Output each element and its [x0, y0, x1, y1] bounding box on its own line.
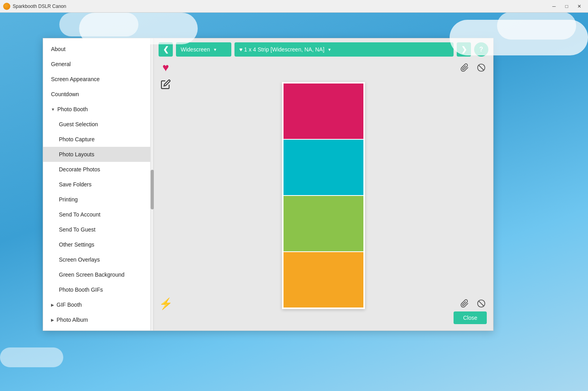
close-window-button[interactable]: ✕: [574, 1, 585, 12]
sidebar-item-photo-booth[interactable]: ▼ Photo Booth: [43, 102, 150, 117]
sidebar-item-photo-album[interactable]: ▶ Photo Album: [43, 312, 150, 327]
sidebar-item-countdown-label: Countdown: [51, 91, 79, 97]
sidebar-item-send-to-account[interactable]: Send To Account: [43, 207, 150, 222]
photo-strip: [282, 82, 365, 309]
sidebar-item-photo-booth-gifs[interactable]: Photo Booth GIFs: [43, 282, 150, 297]
layout-dropdown[interactable]: ♥ 1 x 4 Strip [Widescreen, NA, NA] ▼: [234, 42, 454, 57]
sidebar-item-printing[interactable]: Printing: [43, 192, 150, 207]
titlebar: Sparkbooth DSLR Canon ─ □ ✕: [0, 0, 588, 13]
sidebar-item-send-to-guest[interactable]: Send To Guest: [43, 222, 150, 237]
sidebar-item-about-label: About: [51, 46, 66, 52]
toolbar: ❮ Widescreen ▼ ♥ 1 x 4 Strip [Widescreen…: [154, 38, 493, 61]
sidebar-item-screen-appearance[interactable]: Screen Appearance: [43, 72, 150, 87]
sidebar-item-photo-capture-label: Photo Capture: [59, 136, 95, 142]
content-inner: ♥: [154, 61, 493, 330]
no-bottom-icon[interactable]: [474, 296, 488, 311]
top-right-icons: [458, 61, 488, 75]
sidebar-item-countdown[interactable]: Countdown: [43, 87, 150, 102]
sidebar-item-keyboard[interactable]: Keyboard: [43, 327, 150, 330]
sidebar-item-photo-album-label: Photo Album: [57, 317, 88, 323]
titlebar-controls: ─ □ ✕: [548, 1, 585, 12]
close-button[interactable]: Close: [454, 311, 487, 324]
layout-dropdown-arrow: ▼: [327, 47, 331, 52]
widescreen-dropdown-arrow: ▼: [213, 47, 217, 52]
sidebar-item-photo-booth-label: Photo Booth: [57, 106, 88, 112]
main-window: About General Screen Appearance Countdow…: [43, 38, 493, 331]
sidebar-item-gif-booth[interactable]: ▶ GIF Booth: [43, 297, 150, 312]
bottom-left-icons: ⚡: [159, 296, 173, 311]
widescreen-label: Widescreen: [181, 46, 210, 53]
sidebar-item-save-folders-label: Save Folders: [59, 181, 91, 188]
photo-album-collapsed-icon: ▶: [51, 318, 54, 322]
no-top-icon[interactable]: [474, 61, 488, 75]
sidebar: About General Screen Appearance Countdow…: [43, 38, 154, 330]
photo-cell-1: [284, 84, 363, 139]
photo-cell-3: [284, 196, 363, 251]
left-icons: ♥: [159, 61, 173, 91]
sidebar-content: About General Screen Appearance Countdow…: [43, 38, 150, 330]
sidebar-item-screen-appearance-label: Screen Appearance: [51, 76, 100, 82]
app-icon: [3, 3, 10, 10]
sidebar-item-printing-label: Printing: [59, 196, 78, 203]
sidebar-item-photo-capture[interactable]: Photo Capture: [43, 132, 150, 147]
bottom-right-icons: [458, 296, 488, 311]
lightning-icon[interactable]: ⚡: [159, 296, 173, 311]
sidebar-scrollbar[interactable]: [150, 38, 153, 330]
sidebar-item-decorate-photos-label: Decorate Photos: [59, 166, 100, 173]
photo-cell-2: [284, 140, 363, 195]
sidebar-item-decorate-photos[interactable]: Decorate Photos: [43, 162, 150, 177]
sidebar-item-photo-booth-gifs-label: Photo Booth GIFs: [59, 287, 103, 293]
paperclip-bottom-icon[interactable]: [458, 296, 472, 311]
sidebar-item-green-screen-background-label: Green Screen Background: [59, 271, 125, 278]
sidebar-item-screen-overlays[interactable]: Screen Overlays: [43, 252, 150, 267]
sidebar-item-save-folders[interactable]: Save Folders: [43, 177, 150, 192]
prev-button[interactable]: ❮: [159, 42, 173, 57]
sidebar-item-gif-booth-label: GIF Booth: [57, 302, 82, 308]
svg-line-1: [479, 65, 484, 70]
widescreen-dropdown[interactable]: Widescreen ▼: [176, 42, 231, 57]
photo-booth-expanded-icon: ▼: [51, 107, 55, 112]
sidebar-item-screen-overlays-label: Screen Overlays: [59, 256, 100, 263]
photo-strip-container: [154, 61, 493, 330]
sidebar-item-other-settings-label: Other Settings: [59, 241, 95, 248]
maximize-button[interactable]: □: [561, 1, 572, 12]
layout-label: ♥ 1 x 4 Strip [Widescreen, NA, NA]: [239, 46, 324, 53]
photo-cell-4: [284, 252, 363, 307]
sidebar-item-general[interactable]: General: [43, 57, 150, 72]
content-area: ❮ Widescreen ▼ ♥ 1 x 4 Strip [Widescreen…: [154, 38, 493, 330]
sidebar-item-green-screen-background[interactable]: Green Screen Background: [43, 267, 150, 282]
sidebar-item-guest-selection[interactable]: Guest Selection: [43, 117, 150, 132]
sidebar-item-send-to-account-label: Send To Account: [59, 211, 100, 218]
sidebar-item-photo-layouts[interactable]: Photo Layouts: [43, 147, 150, 162]
heart-icon[interactable]: ♥: [159, 61, 173, 75]
sidebar-scrollbar-thumb[interactable]: [151, 170, 154, 209]
minimize-button[interactable]: ─: [548, 1, 560, 12]
sidebar-item-other-settings[interactable]: Other Settings: [43, 237, 150, 252]
sidebar-item-send-to-guest-label: Send To Guest: [59, 226, 95, 233]
sidebar-item-photo-layouts-label: Photo Layouts: [59, 151, 95, 158]
paperclip-top-icon[interactable]: [458, 61, 472, 75]
edit-icon[interactable]: [159, 77, 173, 91]
svg-line-3: [479, 301, 484, 306]
sidebar-item-general-label: General: [51, 61, 71, 67]
sidebar-item-guest-selection-label: Guest Selection: [59, 121, 98, 127]
app-title: Sparkbooth DSLR Canon: [13, 4, 548, 9]
gif-booth-collapsed-icon: ▶: [51, 303, 54, 307]
